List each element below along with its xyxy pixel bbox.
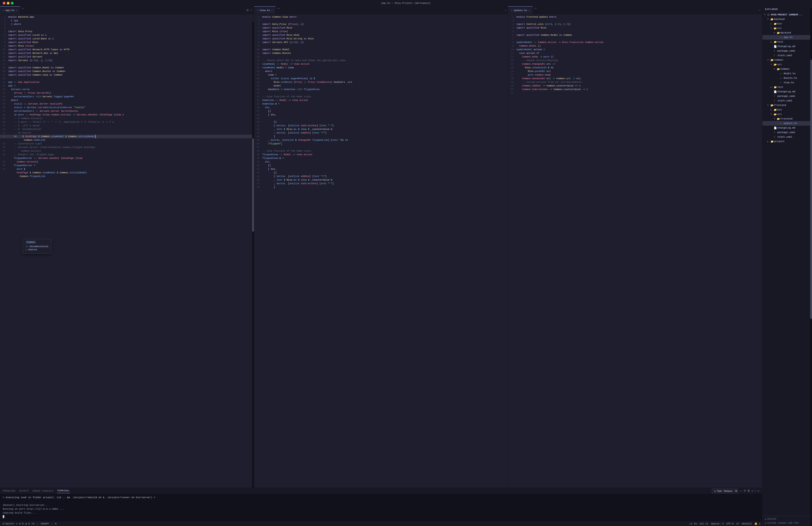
tab-close-view-hs[interactable]: ✕ <box>272 9 273 12</box>
tree-app-hs[interactable]: ⬦ App.hs <box>763 35 812 40</box>
split-terminal-btn[interactable]: ⧉ <box>744 489 746 493</box>
code-area-view-hs[interactable]: 1 module Common.View where 2 3 import Da… <box>254 14 508 487</box>
window-controls[interactable] <box>3 2 14 4</box>
tree-label: frontend <box>774 104 812 107</box>
delete-terminal-btn[interactable]: 🗑 <box>747 489 750 493</box>
docker-section[interactable]: ▶ DOCKER <box>763 517 812 521</box>
code-line: 3 import Control.Lens ((+=), (-=), (.=)) <box>508 22 762 26</box>
tree-common-folder[interactable]: ▼ 📂 Common <box>763 67 812 71</box>
tree-common[interactable]: ▼ 📂 common <box>763 58 812 62</box>
git-branch[interactable]: ⎇ master <box>2 522 14 525</box>
tree-stack-backend[interactable]: ! stack.yaml <box>763 53 812 58</box>
code-line: 7 import qualified Lucid.Base as L <box>0 37 254 41</box>
code-area-app-hs[interactable]: 1 module Backend.App 2 ( app 3 ) where 4 <box>0 14 254 487</box>
tree-test-backend[interactable]: ▶ 📁 test <box>763 40 812 44</box>
tree-test-common[interactable]: ▶ 📁 test <box>763 85 812 89</box>
code-line: 48 ] <box>254 185 508 189</box>
tree-changelog-common[interactable]: 📄 ChangeLog.md <box>763 89 812 94</box>
folder-icon: 📁 <box>774 108 777 111</box>
more-actions-btn-left[interactable]: ⋯ <box>250 9 252 12</box>
code-line: 1 module Frontend.Update where <box>508 15 762 19</box>
tree-arrow: ▶ <box>770 86 774 89</box>
tab-update-hs[interactable]: ⬦ Update.hs ✕ <box>508 6 533 14</box>
sync-icon[interactable]: ↺ <box>16 522 17 525</box>
tree-stack-frontend[interactable]: ! stack.yaml <box>763 135 812 139</box>
tree-package-common[interactable]: ! package.yaml <box>763 94 812 99</box>
task-selector[interactable]: 1: Task - Relaunc <box>712 489 738 493</box>
tree-bin-frontend[interactable]: ▶ 📁 bin <box>763 107 812 112</box>
cursor-position[interactable]: Ln 34, Col 11 <box>690 522 708 525</box>
code-line: 33 , button_ [onClick AddOne] [text "+"] <box>254 131 508 135</box>
eol-indicator[interactable]: LF <box>736 522 739 525</box>
bell-indicator[interactable]: 🔔 1 <box>754 522 760 525</box>
code-line: 24 where <box>0 99 254 102</box>
language-indicator[interactable]: Haskell <box>742 522 752 525</box>
spaces-indicator[interactable]: Spaces: 2 <box>711 522 724 525</box>
code-area-update-hs[interactable]: 1 module Frontend.Update where 2 3 impor… <box>508 14 762 487</box>
popup-documentation[interactable]: Co Documentation <box>26 245 48 248</box>
docker-label: DOCKER <box>767 517 776 520</box>
code-line: 2 <box>508 19 762 22</box>
tree-routes-hs[interactable]: ⬦ Routes.hs <box>763 76 812 80</box>
sidebar: EXPLORER ▼ ⬡ MISO-PROJECT (WORKSP... ▼ 📂… <box>762 6 812 526</box>
more-actions-btn-right[interactable]: ⋯ <box>759 9 760 12</box>
tab-view-hs[interactable]: ⬦ View.hs ✕ <box>254 6 276 14</box>
code-line: 18 Common.HandleURI uri -> Common.uri .=… <box>508 77 762 80</box>
scrollbar-left[interactable] <box>252 22 254 487</box>
tree-stack-common[interactable]: ! stack.yaml <box>763 99 812 103</box>
tree-view-hs[interactable]: ⬦ View.hs <box>763 80 812 85</box>
chevron-up-btn[interactable]: ∧ <box>752 489 753 493</box>
tree-model-hs[interactable]: ⬦ Model.hs <box>763 71 812 76</box>
code-line: 47 , button_ [onClick SubtractOne] [text… <box>254 182 508 185</box>
tab-menu-right[interactable]: ⋯ <box>533 6 538 14</box>
encoding-indicator[interactable]: UTF-8 <box>726 522 734 525</box>
split-editor-btn[interactable]: ⧉ <box>246 9 248 12</box>
code-line: 3 ) where <box>0 22 254 26</box>
tree-frontend[interactable]: ▼ 📂 frontend <box>763 103 812 107</box>
tree-arrow: ▶ <box>770 109 774 111</box>
tree-changelog-backend[interactable]: 📄 ChangeLog.md <box>763 44 812 49</box>
tree-changelog-frontend[interactable]: 📄 ChangeLog.md <box>763 125 812 130</box>
tree-arrow: ▼ <box>774 32 777 34</box>
more-actions-btn-middle[interactable]: ⋯ <box>505 9 506 12</box>
code-line: 5 import Data.Proxy <box>0 30 254 33</box>
terminal-area[interactable]: > Executing task in folder project: (cd … <box>0 494 762 521</box>
tree-package-frontend[interactable]: ! package.yaml <box>763 130 812 135</box>
code-line: 1 module Backend.App <box>0 15 254 19</box>
tab-terminal[interactable]: TERMINAL <box>57 489 70 493</box>
close-button[interactable] <box>3 2 5 4</box>
warning-count[interactable]: ▲ 0 <box>25 522 30 525</box>
source-icon: ⊙ <box>26 248 27 251</box>
tab-close-update-hs[interactable]: ✕ <box>528 9 530 12</box>
error-count[interactable]: ⊗ 0 <box>19 522 24 525</box>
tree-package-backend[interactable]: ! package.yaml <box>763 49 812 53</box>
tree-frontend-folder[interactable]: ▼ 📂 Frontend <box>763 117 812 121</box>
tree-src-frontend[interactable]: ▼ 📂 src <box>763 112 812 117</box>
tab-output[interactable]: OUTPUT <box>19 489 29 493</box>
tab-debug-console[interactable]: DEBUG CONSOLE <box>32 489 53 493</box>
code-line: 20 Common.AddOne -> Common.counterValue … <box>508 84 762 88</box>
info-count[interactable]: ×3 <box>31 522 34 525</box>
github-section[interactable]: ▶ GITHUB ISSUES AND PRS <box>763 521 812 525</box>
tree-label: Routes.hs <box>784 77 812 79</box>
tree-src-common[interactable]: ▼ 📂 src <box>763 62 812 67</box>
hover-popup[interactable]: Common Co Documentation ⊙ Source <box>23 239 52 254</box>
maximize-panel-btn[interactable]: □ <box>754 489 756 493</box>
maximize-button[interactable] <box>11 2 14 4</box>
tree-backend[interactable]: ▼ 📂 backend <box>763 17 812 21</box>
add-terminal-btn[interactable]: ＋ <box>740 489 742 493</box>
tab-app-hs[interactable]: ⬦ App.hs ✕ <box>0 6 20 14</box>
tree-project[interactable]: ▶ 📁 project <box>763 139 812 144</box>
tree-bin[interactable]: ▶ 📁 bin <box>763 21 812 26</box>
popup-source[interactable]: ⊙ Source <box>26 248 48 251</box>
tab-menu-left[interactable]: ⋯ <box>20 6 26 14</box>
tree-backend-folder[interactable]: ▼ 📂 Backend <box>763 31 812 35</box>
tree-update-hs[interactable]: ⬦ Update.hs <box>763 121 812 125</box>
tree-src-backend[interactable]: ▼ 📂 src <box>763 26 812 31</box>
minimize-button[interactable] <box>7 2 10 4</box>
tab-problems[interactable]: PROBLEMS <box>3 489 16 493</box>
close-panel-btn[interactable]: ✕ <box>758 489 759 493</box>
tab-menu-middle[interactable]: ⋯ <box>276 6 281 14</box>
workspace-root[interactable]: ▼ ⬡ MISO-PROJECT (WORKSP... <box>763 13 812 17</box>
tab-close-app-hs[interactable]: ✕ <box>16 9 17 12</box>
